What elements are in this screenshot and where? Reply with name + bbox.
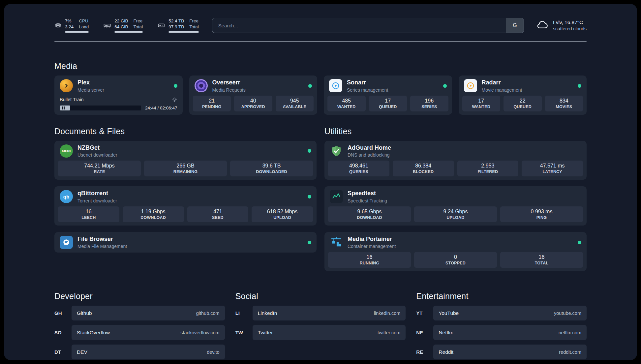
stat-tile: 9.65 Gbps DOWNLOAD (328, 206, 411, 222)
stat-tile: 22 QUEUED (504, 96, 542, 111)
section-bookmarks: Developer GH Github github.com SO StackO… (54, 291, 587, 360)
stat-label: PING (502, 215, 582, 220)
bookmark-domain: reddit.com (559, 349, 581, 355)
status-dot (578, 84, 581, 88)
stat-tile: 0 STOPPED (414, 252, 497, 268)
status-dot (174, 84, 177, 88)
cpu-widget: 7% 3.24 CPU Load (54, 18, 89, 33)
service-card-plex[interactable]: Plex Media server Bullet Train (54, 76, 183, 115)
stat-value: 22 (505, 98, 540, 104)
stat-label: SERIES (412, 105, 447, 109)
section-heading-utilities: Utilities (324, 127, 587, 136)
service-card-overseerr[interactable]: Overseerr Media Requests 21 PENDING 40 A… (189, 76, 318, 115)
disk-label-top: Free (189, 18, 199, 24)
cpu-load-value: 3.24 (65, 24, 74, 30)
section-heading-documents: Documents & Files (54, 127, 317, 136)
memory-label-top: Free (134, 18, 143, 24)
bookmark-abbr: TW (235, 330, 253, 335)
bookmark-twitter[interactable]: TW Twitter twitter.com (235, 325, 406, 340)
disk-widget: 52.4 TB 97.9 TB Free Total (157, 18, 199, 33)
topbar-divider (54, 41, 587, 42)
bookmark-domain: youtube.com (554, 311, 581, 316)
nzbget-icon: nzbget (60, 144, 73, 158)
memory-total-value: 64 GiB (114, 24, 128, 30)
section-heading-entertainment: Entertainment (416, 291, 587, 301)
stat-tile: 498,461 QUERIES (328, 161, 389, 176)
status-dot (308, 195, 311, 198)
bookmark-abbr: SO (54, 330, 72, 335)
stat-value: 196 (412, 98, 447, 104)
stat-tile: 618.52 Mbps UPLOAD (252, 206, 313, 222)
stat-value: 834 (546, 98, 582, 104)
service-subtitle: Usenet downloader (77, 152, 117, 158)
memory-icon (103, 21, 111, 29)
stat-value: 9.65 Gbps (329, 208, 410, 215)
stat-label: DOWNLOADED (231, 169, 312, 174)
bookmark-netflix[interactable]: NF Netflix netflix.com (416, 325, 587, 340)
bookmark-reddit[interactable]: RE Reddit reddit.com (416, 345, 587, 359)
stat-tile: 196 SERIES (410, 96, 448, 111)
service-card-nzbget[interactable]: nzbget NZBGet Usenet downloader 744.21 M… (54, 141, 317, 180)
bookmark-dev[interactable]: DT DEV dev.to (54, 345, 225, 359)
bookmark-group-social: Social LI LinkedIn linkedin.com TW Twitt… (235, 291, 406, 359)
service-card-radarr[interactable]: Radarr Movie management 17 WANTED 22 QUE… (459, 76, 587, 115)
sonarr-icon (329, 79, 342, 92)
stat-label: SEED (189, 215, 247, 220)
stat-label: PENDING (194, 105, 230, 109)
service-card-adguard[interactable]: AdGuard Home DNS and adblocking 498,461 … (324, 141, 587, 180)
bookmark-name: YouTube (439, 310, 459, 316)
section-documents: Documents & Files nzbget NZBGet Usenet d… (54, 127, 317, 271)
weather-widget[interactable]: Lviv, 16.87°C scattered clouds (535, 18, 587, 33)
pause-icon[interactable] (62, 106, 65, 109)
section-heading-developer: Developer (54, 291, 225, 301)
service-title: Media Portainer (348, 236, 396, 243)
service-title: Sonarr (347, 79, 388, 86)
playback-progress-bar[interactable] (60, 106, 141, 110)
service-subtitle: Container management (348, 244, 396, 249)
service-card-filebrowser[interactable]: File Browser Media File Management (54, 232, 317, 253)
stat-value: 21 (194, 98, 230, 104)
resource-widgets: 7% 3.24 CPU Load (54, 18, 199, 33)
status-dot (308, 149, 311, 153)
bookmark-stackoverflow[interactable]: SO StackOverflow stackoverflow.com (54, 325, 225, 340)
stat-tile: 9.24 Gbps UPLOAD (414, 206, 497, 222)
qbittorrent-icon-text: qb (63, 194, 69, 199)
stat-tile: 0.993 ms PING (500, 206, 583, 222)
stat-tile: 17 WANTED (462, 96, 501, 111)
memory-label-bottom: Total (134, 24, 143, 30)
bookmark-linkedin[interactable]: LI LinkedIn linkedin.com (235, 306, 406, 320)
service-card-speedtest[interactable]: Speedtest Speedtest Tracking 9.65 Gbps D… (324, 186, 587, 226)
service-subtitle: Media server (77, 87, 104, 93)
memory-usage-bar (114, 31, 143, 33)
service-title: AdGuard Home (348, 144, 391, 152)
bookmark-abbr: DT (54, 349, 72, 355)
bookmark-name: Netflix (439, 330, 453, 336)
service-card-qbittorrent[interactable]: qb qBittorrent Torrent downloader 16 LEE… (54, 186, 317, 226)
service-card-sonarr[interactable]: Sonarr Series management 485 WANTED 17 Q… (324, 76, 452, 115)
bookmark-github[interactable]: GH Github github.com (54, 306, 225, 320)
stat-value: 86,384 (394, 163, 453, 169)
service-subtitle: Series management (347, 87, 388, 93)
stat-label: DOWNLOAD (329, 215, 410, 220)
bookmark-youtube[interactable]: YT YouTube youtube.com (416, 306, 587, 320)
disk-usage-bar (168, 31, 199, 33)
search-provider-button[interactable]: G (506, 18, 524, 33)
section-utilities: Utilities AdGuard Home (324, 127, 587, 271)
stat-tile: 266 GB REMAINING (144, 161, 227, 176)
stat-value: 485 (329, 98, 364, 104)
speedtest-icon (330, 190, 343, 203)
stat-label: STOPPED (415, 261, 496, 265)
plex-now-playing: Bullet Train (54, 96, 183, 115)
service-title: Radarr (482, 79, 522, 86)
status-dot (443, 84, 447, 88)
settings-gear-icon[interactable] (172, 97, 177, 103)
service-title: qBittorrent (77, 190, 117, 197)
now-playing-title: Bullet Train (60, 97, 84, 102)
service-card-portainer[interactable]: Media Portainer Container management 16 … (324, 232, 587, 271)
status-dot (578, 241, 581, 244)
stat-tile: 834 MOVIES (545, 96, 583, 111)
stat-value: 16 (329, 254, 410, 260)
stat-label: MOVIES (546, 105, 582, 109)
stat-value: 945 (277, 98, 313, 104)
search-input[interactable] (212, 18, 506, 33)
